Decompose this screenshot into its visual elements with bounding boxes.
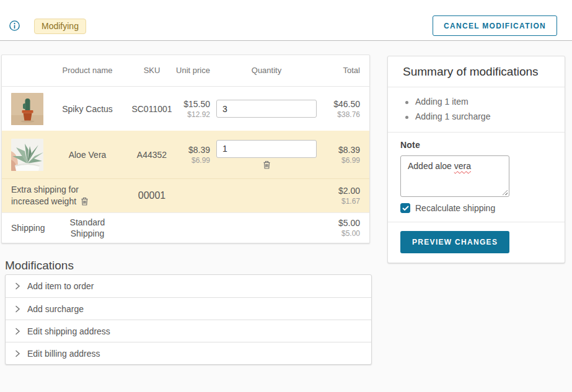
recalculate-shipping-label: Recalculate shipping [415, 203, 495, 213]
accordion-edit-shipping-address[interactable]: Edit shipping address [6, 320, 371, 342]
surcharge-total-secondary: $1.67 [323, 197, 360, 206]
table-row-shipping: Shipping Standard Shipping $5.00 $5.00 [2, 212, 369, 243]
panel-title: Summary of modifications [388, 56, 565, 87]
spiky-cactus-photo [11, 93, 43, 125]
table-header-row: Product name SKU Unit price Quantity Tot… [2, 55, 369, 87]
trash-icon [80, 196, 89, 206]
textarea-resize-handle[interactable] [502, 189, 508, 195]
accordion-label: Add item to order [27, 281, 94, 291]
product-sku: A44352 [131, 150, 173, 160]
unit-price-secondary: $12.92 [173, 110, 210, 119]
table-row-surcharge: Extra shipping for increased weight 0000… [2, 178, 369, 212]
order-items-table: Product name SKU Unit price Quantity Tot… [1, 54, 370, 243]
accordion-label: Edit shipping address [27, 326, 110, 336]
product-name: Aloe Vera [44, 150, 131, 160]
note-textarea[interactable]: Added aloe vera [400, 155, 509, 197]
accordion-label: Edit billing address [27, 349, 100, 359]
top-bar: Modifying CANCEL MODIFICATION [0, 0, 572, 41]
remove-aloe-vera-button[interactable] [262, 160, 271, 170]
accordion-edit-billing-address[interactable]: Edit billing address [6, 342, 371, 364]
quantity-input-spiky-cactus[interactable] [216, 100, 317, 118]
note-label: Note [400, 140, 552, 150]
product-name: Spiky Cactus [44, 104, 131, 114]
recalculate-shipping-option[interactable]: Recalculate shipping [400, 203, 552, 213]
quantity-input-aloe-vera[interactable] [216, 140, 317, 158]
table-row-aloe-vera: Aloe Vera A44352 $8.39 $6.99 $8.39 $6.99 [2, 131, 369, 178]
unit-price-secondary: $6.99 [173, 156, 210, 165]
line-total-secondary: $38.76 [323, 110, 360, 119]
shipping-row-label: Shipping [2, 223, 44, 233]
col-header-sku: SKU [131, 66, 173, 76]
chevron-right-icon [15, 282, 20, 290]
summary-item: Adding 1 item [405, 94, 550, 109]
preview-changes-button[interactable]: PREVIEW CHANGES [400, 231, 509, 253]
aloe-vera-photo [11, 139, 43, 171]
surcharge-total: $2.00 [323, 186, 360, 196]
chevron-right-icon [15, 350, 20, 357]
line-total: $8.39 [323, 145, 360, 155]
cancel-modification-button[interactable]: CANCEL MODIFICATION [433, 15, 557, 36]
status-badge: Modifying [34, 19, 86, 34]
col-header-product-name: Product name [44, 66, 131, 76]
shipping-method: Standard Shipping [63, 217, 112, 239]
summary-item: Adding 1 surcharge [405, 109, 550, 124]
shipping-total: $5.00 [323, 218, 360, 228]
modifications-accordion: Add item to order Add surcharge Edit shi… [5, 274, 372, 365]
recalculate-shipping-checkbox[interactable] [400, 203, 410, 213]
chevron-right-icon [15, 328, 20, 335]
info-icon[interactable] [9, 20, 20, 31]
accordion-add-item-to-order[interactable]: Add item to order [6, 275, 371, 297]
col-header-total: Total [323, 66, 369, 76]
accordion-label: Add surcharge [27, 304, 84, 314]
line-total-secondary: $6.99 [323, 156, 360, 165]
remove-surcharge-button[interactable] [80, 196, 89, 206]
modifications-title: Modifications [5, 259, 74, 272]
product-sku: SC011001 [131, 104, 173, 114]
surcharge-label: Extra shipping for increased weight [11, 185, 79, 206]
note-text-misspelled: vera [454, 161, 471, 171]
line-total: $46.50 [323, 99, 360, 109]
col-header-quantity: Quantity [210, 66, 323, 76]
shipping-total-secondary: $5.00 [323, 229, 360, 238]
accordion-add-surcharge[interactable]: Add surcharge [6, 297, 371, 320]
unit-price: $15.50 [173, 99, 210, 109]
trash-icon [262, 160, 271, 170]
checkmark-icon [402, 206, 409, 211]
modification-summary-list: Adding 1 item Adding 1 surcharge [388, 87, 565, 132]
summary-of-modifications-panel: Summary of modifications Adding 1 item A… [387, 56, 565, 263]
note-text: Added aloe [408, 161, 454, 171]
table-row-spiky-cactus: Spiky Cactus SC011001 $15.50 $12.92 $46.… [2, 87, 369, 131]
chevron-right-icon [15, 305, 20, 313]
col-header-unit-price: Unit price [173, 66, 210, 76]
surcharge-sku: 00001 [131, 190, 173, 201]
unit-price: $8.39 [173, 145, 210, 155]
